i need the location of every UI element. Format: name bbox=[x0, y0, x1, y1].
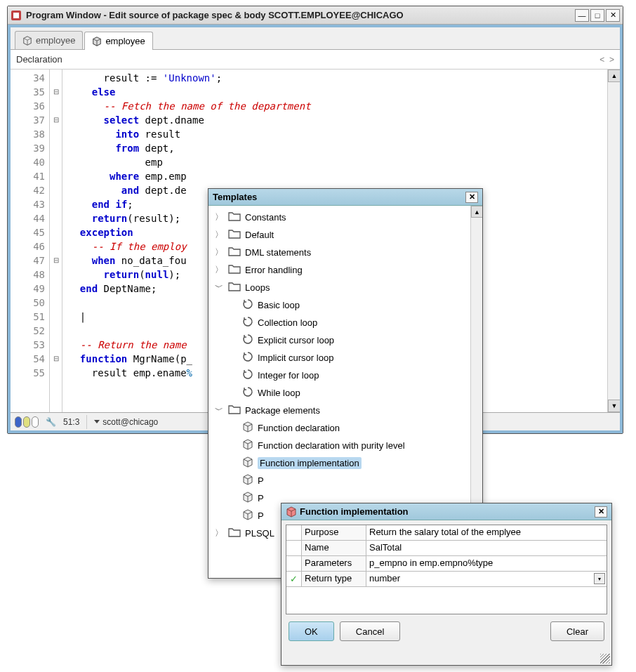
resize-grip[interactable] bbox=[600, 654, 610, 664]
close-button[interactable]: ✕ bbox=[606, 9, 620, 22]
field-value[interactable]: p_empno in emp.empno%type bbox=[366, 556, 607, 571]
ok-button[interactable]: OK bbox=[289, 621, 334, 641]
tree-item[interactable]: 〉DML statements bbox=[208, 244, 482, 261]
row-check[interactable] bbox=[286, 541, 302, 555]
field-value[interactable]: Return the salary total of the emplyee bbox=[366, 525, 607, 540]
dialog-title: Function implementation bbox=[300, 506, 409, 517]
templates-title: Templates bbox=[213, 192, 257, 202]
tree-item-label: DML statements bbox=[245, 247, 311, 258]
minimize-button[interactable]: — bbox=[575, 9, 589, 22]
tree-item-label: Explicit cursor loop bbox=[258, 335, 334, 345]
chevron-icon[interactable]: 〉 bbox=[214, 264, 224, 276]
row-check[interactable]: ✓ bbox=[286, 572, 302, 586]
field-value[interactable]: SalTotal bbox=[366, 541, 607, 555]
loop-icon bbox=[242, 369, 253, 382]
tree-item[interactable]: Function implementation bbox=[208, 454, 482, 472]
tree-item-label: Integer for loop bbox=[258, 370, 319, 381]
tree-item[interactable]: 〉Constants bbox=[208, 209, 482, 226]
tree-item[interactable]: Integer for loop bbox=[208, 367, 482, 384]
tree-item-label: Function declaration bbox=[258, 423, 340, 433]
chevron-icon[interactable]: ﹀ bbox=[214, 404, 224, 416]
connection-dropdown[interactable]: scott@chicago bbox=[94, 417, 158, 427]
function-implementation-dialog: Function implementation ✕ Purpose Return… bbox=[281, 503, 612, 666]
maximize-button[interactable]: □ bbox=[590, 9, 604, 22]
grid-blank bbox=[286, 587, 607, 614]
folder-icon bbox=[228, 404, 241, 416]
templates-titlebar[interactable]: Templates ✕ bbox=[208, 189, 482, 206]
dialog-close-button[interactable]: ✕ bbox=[595, 506, 607, 518]
tree-item-label: Default bbox=[245, 230, 274, 240]
nav-prev-next[interactable]: < > bbox=[599, 55, 614, 65]
tree-item[interactable]: ﹀Package elements bbox=[208, 402, 482, 419]
pill-blue bbox=[15, 416, 22, 428]
tree-item-label: P bbox=[258, 493, 264, 503]
row-check[interactable] bbox=[286, 525, 302, 540]
field-label: Return type bbox=[302, 572, 366, 586]
tab-strip: employee employee bbox=[11, 27, 620, 50]
grid-row: Parameters p_empno in emp.empno%type bbox=[286, 556, 607, 572]
tree-item-label: Package elements bbox=[245, 405, 320, 416]
grid-row: ✓ Return type number▾ bbox=[286, 572, 607, 587]
tree-item[interactable]: Basic loop bbox=[208, 296, 482, 314]
field-label: Name bbox=[302, 541, 366, 555]
tree-item[interactable]: Collection loop bbox=[208, 314, 482, 331]
titlebar[interactable]: Program Window - Edit source of package … bbox=[8, 6, 623, 25]
tree-item-label: Function implementation bbox=[258, 457, 362, 469]
cube-icon bbox=[242, 509, 253, 522]
chevron-icon[interactable]: 〉 bbox=[214, 527, 224, 539]
tree-item[interactable]: While loop bbox=[208, 384, 482, 402]
cube-icon bbox=[242, 456, 253, 470]
field-label: Parameters bbox=[302, 556, 366, 571]
tree-item-label: Loops bbox=[245, 282, 270, 293]
dropdown-button[interactable]: ▾ bbox=[594, 573, 605, 584]
tree-item[interactable]: ﹀Loops bbox=[208, 279, 482, 296]
tree-item-label: P bbox=[258, 475, 264, 486]
tree-item-label: Collection loop bbox=[258, 317, 317, 328]
row-check[interactable] bbox=[286, 556, 302, 571]
tree-item-label: Function declaration with purity level bbox=[258, 440, 405, 451]
tab-label: employee bbox=[36, 35, 75, 46]
cursor-position: 51:3 bbox=[63, 417, 79, 427]
folder-icon bbox=[228, 527, 241, 539]
loop-icon bbox=[242, 316, 253, 329]
field-label: Purpose bbox=[302, 525, 366, 540]
tree-item-label: While loop bbox=[258, 388, 300, 398]
tree-item[interactable]: Function declaration with purity level bbox=[208, 437, 482, 454]
declaration-bar: Declaration < > bbox=[11, 50, 620, 70]
folder-icon bbox=[228, 229, 241, 241]
tree-item[interactable]: Implicit cursor loop bbox=[208, 349, 482, 367]
scroll-down-icon[interactable]: ▼ bbox=[608, 400, 620, 412]
tab-label: employee bbox=[105, 36, 145, 46]
declaration-label[interactable]: Declaration bbox=[16, 54, 62, 65]
svg-rect-1 bbox=[13, 13, 19, 18]
chevron-icon[interactable]: ﹀ bbox=[214, 282, 224, 294]
tree-item[interactable]: P bbox=[208, 472, 482, 489]
fold-gutter[interactable]: ⊟ ⊟ ⊟ ⊟ bbox=[50, 70, 62, 412]
status-pills bbox=[15, 416, 39, 428]
folder-icon bbox=[228, 246, 241, 258]
pill-white bbox=[32, 416, 39, 428]
tree-item[interactable]: 〉Error handling bbox=[208, 261, 482, 279]
tab-employee-spec[interactable]: employee bbox=[15, 31, 83, 49]
tree-item[interactable]: 〉Default bbox=[208, 226, 482, 244]
tree-item[interactable]: Explicit cursor loop bbox=[208, 331, 482, 349]
vertical-scrollbar[interactable]: ▲ ▼ bbox=[607, 70, 620, 412]
chevron-icon[interactable]: 〉 bbox=[214, 246, 224, 258]
folder-icon bbox=[228, 264, 241, 276]
window-title: Program Window - Edit source of package … bbox=[26, 10, 574, 20]
package-spec-icon bbox=[22, 36, 32, 46]
chevron-icon[interactable]: 〉 bbox=[214, 229, 224, 241]
chevron-icon[interactable]: 〉 bbox=[214, 211, 224, 223]
line-gutter: 3435363738394041424344454647484950515253… bbox=[11, 70, 50, 412]
tab-employee-body[interactable]: employee bbox=[84, 32, 152, 50]
scroll-up-icon[interactable]: ▲ bbox=[471, 206, 482, 218]
clear-button[interactable]: Clear bbox=[550, 621, 604, 641]
tree-item[interactable]: Function declaration bbox=[208, 419, 482, 437]
templates-close-button[interactable]: ✕ bbox=[465, 192, 478, 203]
dialog-titlebar[interactable]: Function implementation ✕ bbox=[281, 503, 611, 520]
field-value[interactable]: number▾ bbox=[366, 572, 607, 586]
cube-icon bbox=[242, 492, 253, 505]
wrench-icon[interactable]: 🔧 bbox=[46, 417, 56, 427]
cancel-button[interactable]: Cancel bbox=[340, 621, 400, 641]
scroll-up-icon[interactable]: ▲ bbox=[608, 70, 620, 82]
